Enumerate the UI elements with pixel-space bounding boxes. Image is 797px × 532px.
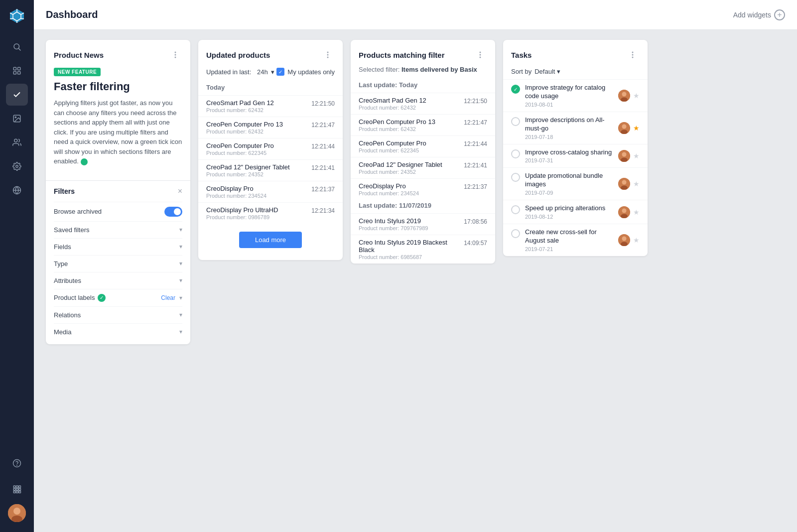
svg-point-34 bbox=[175, 52, 176, 53]
matching-products-today-list: CreoSmart Pad Gen 12 Product number: 624… bbox=[351, 93, 495, 200]
filters-close-button[interactable]: × bbox=[178, 187, 182, 196]
tasks-title: Tasks bbox=[511, 51, 531, 59]
svg-rect-26 bbox=[16, 489, 18, 491]
list-item[interactable]: CreoDisplay Pro UltraHD Product number: … bbox=[198, 202, 343, 224]
task-item[interactable]: Update promotional bundle images 2019-07… bbox=[503, 167, 648, 200]
task-star-icon[interactable]: ★ bbox=[633, 152, 640, 160]
svg-rect-29 bbox=[16, 491, 18, 493]
sidebar-item-catalog[interactable] bbox=[6, 60, 28, 82]
my-updates-check[interactable]: ✓ My updates only bbox=[276, 68, 335, 76]
task-item[interactable]: Speed up pricing alterations 2019-08-12 … bbox=[503, 200, 648, 224]
task-star-icon[interactable]: ★ bbox=[633, 180, 640, 188]
task-star-icon[interactable]: ★ bbox=[633, 208, 640, 216]
load-more-container: Load more bbox=[198, 232, 343, 260]
sidebar-item-globe[interactable] bbox=[6, 179, 28, 201]
filter-row-saved-filters[interactable]: Saved filters ▾ bbox=[54, 221, 182, 238]
matching-filter-menu-button[interactable] bbox=[473, 48, 487, 62]
product-item-time: 12:21:34 bbox=[311, 206, 335, 214]
list-item[interactable]: CreoPen Computer Pro Product number: 622… bbox=[198, 138, 343, 159]
filter-row-media[interactable]: Media ▾ bbox=[54, 323, 182, 340]
list-item[interactable]: CreoPad 12" Designer Tablet Product numb… bbox=[351, 157, 495, 178]
product-news-menu-button[interactable] bbox=[168, 48, 182, 62]
saved-filters-chevron-icon: ▾ bbox=[179, 226, 182, 233]
task-radio[interactable] bbox=[511, 149, 520, 158]
time-filter-value: 24h bbox=[257, 68, 268, 76]
product-item-name: CreoDisplay Pro bbox=[206, 185, 311, 192]
product-item-name: CreoSmart Pad Gen 12 bbox=[359, 97, 464, 104]
task-radio[interactable] bbox=[511, 173, 520, 182]
task-item[interactable]: ✓ Improve strategy for catalog code usag… bbox=[503, 79, 648, 112]
load-more-button[interactable]: Load more bbox=[239, 232, 302, 248]
list-item[interactable]: CreoSmart Pad Gen 12 Product number: 624… bbox=[351, 93, 495, 114]
list-item[interactable]: CreoPen Computer Pro Product number: 622… bbox=[351, 135, 495, 157]
svg-line-9 bbox=[18, 48, 20, 50]
sort-by-value[interactable]: Default ▾ bbox=[534, 68, 560, 75]
svg-point-45 bbox=[632, 57, 634, 58]
task-star-icon[interactable]: ★ bbox=[633, 124, 640, 132]
list-item[interactable]: Creo Intu Stylus 2019 Product number: 70… bbox=[351, 213, 495, 235]
media-chevron-icon: ▾ bbox=[179, 328, 182, 335]
task-item[interactable]: Create new cross-sell for August sale 20… bbox=[503, 224, 648, 256]
list-item[interactable]: CreoDisplay Pro Product number: 234524 1… bbox=[351, 178, 495, 200]
list-item[interactable]: CreoSmart Pad Gen 12 Product number: 624… bbox=[198, 95, 343, 117]
new-feature-badge: NEW FEATURE bbox=[54, 68, 101, 76]
sidebar-item-search[interactable] bbox=[6, 36, 28, 58]
updated-products-menu-button[interactable] bbox=[321, 48, 335, 62]
task-radio[interactable] bbox=[511, 205, 520, 214]
filter-row-fields[interactable]: Fields ▾ bbox=[54, 238, 182, 255]
svg-point-17 bbox=[16, 165, 18, 168]
product-item-info: CreoPen Computer Pro Product number: 622… bbox=[359, 139, 464, 153]
sidebar bbox=[0, 0, 34, 532]
product-item-info: CreoPad 12" Designer Tablet Product numb… bbox=[206, 163, 311, 177]
time-filter[interactable]: Updated in last: 24h ▾ bbox=[206, 68, 274, 76]
filter-row-product-labels[interactable]: Product labels ✓ Clear ▾ bbox=[54, 289, 182, 306]
fields-chevron-icon: ▾ bbox=[179, 243, 182, 250]
task-item[interactable]: Improve cross-catalog sharing 2019-07-31… bbox=[503, 144, 648, 168]
list-item[interactable]: CreoDisplay Pro Product number: 234524 1… bbox=[198, 181, 343, 202]
filter-row-relations[interactable]: Relations ▾ bbox=[54, 306, 182, 323]
sidebar-bottom bbox=[6, 452, 28, 526]
sidebar-item-help[interactable] bbox=[6, 452, 28, 474]
list-item[interactable]: CreoPen Computer Pro 13 Product number: … bbox=[198, 117, 343, 138]
task-radio-done[interactable]: ✓ bbox=[511, 85, 520, 94]
product-item-number: Product number: 62432 bbox=[359, 126, 464, 132]
task-radio[interactable] bbox=[511, 117, 520, 126]
sidebar-item-users[interactable] bbox=[6, 132, 28, 153]
tasks-menu-button[interactable] bbox=[626, 48, 640, 62]
svg-point-8 bbox=[14, 44, 19, 49]
filter-row-attributes[interactable]: Attributes ▾ bbox=[54, 272, 182, 289]
sidebar-item-grid[interactable] bbox=[6, 478, 28, 500]
product-labels-clear-button[interactable]: Clear bbox=[161, 294, 175, 301]
media-label: Media bbox=[54, 328, 71, 336]
list-item[interactable]: Creo Intu Stylus 2019 Blackest Black Pro… bbox=[351, 235, 495, 264]
task-item[interactable]: Improve descriptions on All-must-go 2019… bbox=[503, 112, 648, 144]
product-item-number: Product number: 622345 bbox=[206, 150, 311, 156]
product-item-info: CreoPen Computer Pro Product number: 622… bbox=[206, 142, 311, 156]
task-star-icon[interactable]: ★ bbox=[633, 236, 640, 244]
svg-point-39 bbox=[327, 57, 329, 58]
tasks-widget: Tasks Sort by Default ▾ ✓ Improve strate… bbox=[503, 40, 648, 256]
add-widgets-button[interactable]: Add widgets + bbox=[733, 9, 785, 20]
avatar[interactable] bbox=[8, 504, 26, 522]
svg-rect-13 bbox=[18, 72, 20, 74]
list-item[interactable]: CreoPad 12" Designer Tablet Product numb… bbox=[198, 159, 343, 181]
task-name: Improve descriptions on All-must-go bbox=[525, 116, 618, 133]
product-item-number: Product number: 62432 bbox=[206, 129, 311, 134]
svg-rect-24 bbox=[19, 486, 21, 488]
task-star-icon[interactable]: ★ bbox=[633, 92, 640, 100]
task-info: Create new cross-sell for August sale 20… bbox=[525, 228, 618, 252]
sidebar-item-settings[interactable] bbox=[6, 155, 28, 177]
filters-label: Filters bbox=[54, 187, 75, 195]
task-left: Improve descriptions on All-must-go 2019… bbox=[511, 116, 618, 140]
filter-row-type[interactable]: Type ▾ bbox=[54, 255, 182, 272]
task-avatar bbox=[618, 150, 630, 162]
app-logo[interactable] bbox=[7, 6, 27, 26]
product-item-info: CreoDisplay Pro UltraHD Product number: … bbox=[206, 206, 311, 220]
browse-archived-toggle[interactable] bbox=[164, 207, 182, 217]
my-updates-checkbox[interactable]: ✓ bbox=[276, 68, 284, 76]
product-item-number: Product number: 24352 bbox=[206, 171, 311, 177]
task-radio[interactable] bbox=[511, 229, 520, 238]
list-item[interactable]: CreoPen Computer Pro 13 Product number: … bbox=[351, 114, 495, 135]
sidebar-item-media[interactable] bbox=[6, 108, 28, 130]
sidebar-item-tasks[interactable] bbox=[6, 84, 28, 106]
